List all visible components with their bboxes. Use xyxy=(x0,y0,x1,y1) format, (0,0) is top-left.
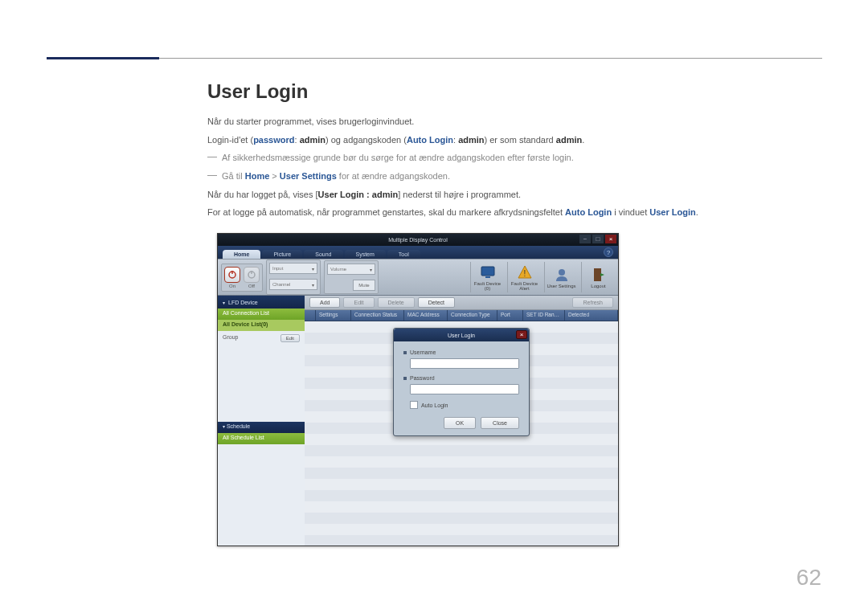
mute-button[interactable]: Mute xyxy=(353,280,375,291)
sidebar-schedule-body xyxy=(218,444,305,546)
password-row: Password xyxy=(403,375,519,381)
tab-tool[interactable]: Tool xyxy=(387,250,420,259)
tab-bar: Home Picture Sound System Tool ? xyxy=(218,246,618,259)
sidebar-device-list[interactable]: All Device List(0) xyxy=(218,320,305,331)
svg-point-8 xyxy=(559,269,565,276)
sidebar-group-body: Group Edit xyxy=(218,331,305,422)
sidebar: ▾LFD Device All Connection List All Devi… xyxy=(218,296,305,546)
user-settings-button[interactable]: User Settings xyxy=(544,262,578,292)
grid-body: User Login × Username Password xyxy=(305,321,618,546)
sidebar-schedule-list[interactable]: All Schedule List xyxy=(218,433,305,444)
volume-group: Volume▾ Mute xyxy=(324,260,379,294)
sidebar-edit-button[interactable]: Edit xyxy=(280,334,300,342)
tab-sound[interactable]: Sound xyxy=(304,250,342,259)
window-title: Multiple Display Control xyxy=(388,237,448,243)
auto-login-checkbox[interactable] xyxy=(410,401,418,409)
input-group: Input▾ Channel▾ xyxy=(266,260,321,295)
doc-content: User Login Når du starter programmet, vi… xyxy=(207,80,826,223)
window-controls: − □ × xyxy=(579,235,616,243)
add-button[interactable]: Add xyxy=(309,297,340,308)
col-detected: Detected xyxy=(565,310,618,321)
sidebar-lfd-header[interactable]: ▾LFD Device xyxy=(218,296,305,309)
col-conn-type: Connection Type xyxy=(448,310,497,321)
delete-button[interactable]: Delete xyxy=(378,297,415,308)
col-mac: MAC Address xyxy=(404,310,448,321)
help-icon[interactable]: ? xyxy=(604,247,613,257)
detect-button[interactable]: Detect xyxy=(418,297,455,308)
col-conn-status: Connection Status xyxy=(351,310,404,321)
bullet-icon xyxy=(403,351,407,354)
sidebar-group-label: Group xyxy=(223,334,238,342)
sidebar-schedule-header[interactable]: ▾ Schedule xyxy=(218,422,305,433)
power-group: On Off xyxy=(221,264,263,292)
note-2: Gå til Home > User Settings for at ændre… xyxy=(207,169,826,184)
tab-picture[interactable]: Picture xyxy=(262,250,302,259)
auto-login-row[interactable]: Auto Login xyxy=(410,401,519,409)
main-area: Add Edit Delete Detect Refresh Settings … xyxy=(305,296,618,546)
monitor-icon xyxy=(480,264,496,280)
window-titlebar: Multiple Display Control − □ × xyxy=(218,234,618,246)
volume-field[interactable]: Volume▾ xyxy=(327,264,375,275)
dialog-title: User Login × xyxy=(394,329,529,341)
power-icon xyxy=(227,270,237,280)
bullet-icon xyxy=(403,377,407,380)
svg-rect-4 xyxy=(481,267,494,276)
dialog-buttons: OK Close xyxy=(403,417,519,429)
refresh-button[interactable]: Refresh xyxy=(572,297,613,308)
logout-button[interactable]: Logout xyxy=(581,262,615,292)
col-setid: SET ID Ran… xyxy=(523,310,565,321)
logout-icon xyxy=(591,267,607,283)
top-divider xyxy=(159,58,822,59)
edit-button[interactable]: Edit xyxy=(343,297,374,308)
username-label: Username xyxy=(410,349,444,355)
alert-icon: ! xyxy=(517,264,533,280)
tab-home[interactable]: Home xyxy=(223,250,260,259)
svg-text:!: ! xyxy=(523,269,526,278)
intro-p4: For at logge på automatisk, når programm… xyxy=(207,205,826,220)
close-button[interactable]: × xyxy=(605,235,616,243)
svg-rect-9 xyxy=(594,268,601,281)
toolbar: On Off Input▾ Channel▾ Volume▾ Mute Faul… xyxy=(218,259,618,296)
maximize-button[interactable]: □ xyxy=(592,235,604,243)
channel-dropdown[interactable]: Channel▾ xyxy=(269,279,317,290)
power-on-button[interactable] xyxy=(224,267,240,283)
intro-p2: Login-id'et (password: admin) og adgangs… xyxy=(207,133,826,148)
input-dropdown[interactable]: Input▾ xyxy=(269,263,317,274)
accent-border xyxy=(47,57,159,59)
power-off-button[interactable] xyxy=(244,267,260,283)
action-row: Add Edit Delete Detect Refresh xyxy=(305,296,618,310)
user-icon xyxy=(554,267,570,283)
col-settings: Settings xyxy=(316,310,351,321)
intro-p1: Når du starter programmet, vises brugerl… xyxy=(207,114,826,129)
svg-rect-5 xyxy=(485,276,490,278)
username-row: Username xyxy=(403,349,519,355)
page-title: User Login xyxy=(207,80,826,103)
note-1: Af sikkerhedsmæssige grunde bør du sørge… xyxy=(207,150,826,166)
fault-device-button[interactable]: Fault Device (0) xyxy=(470,262,504,292)
close-dialog-button[interactable]: Close xyxy=(481,417,519,429)
svg-marker-10 xyxy=(600,273,604,276)
username-input[interactable] xyxy=(410,358,519,369)
body-area: ▾LFD Device All Connection List All Devi… xyxy=(218,296,618,546)
minimize-button[interactable]: − xyxy=(579,235,591,243)
power-off-icon xyxy=(247,270,256,280)
ok-button[interactable]: OK xyxy=(444,417,476,429)
intro-p3: Når du har logget på, vises [User Login … xyxy=(207,187,826,202)
column-header: Settings Connection Status MAC Address C… xyxy=(305,310,618,321)
password-label: Password xyxy=(410,375,444,381)
auto-login-label: Auto Login xyxy=(421,403,448,408)
col-port: Port xyxy=(497,310,523,321)
dialog-body: Username Password Auto Login xyxy=(394,341,529,435)
intro-text: Når du starter programmet, vises brugerl… xyxy=(207,114,826,220)
tab-system[interactable]: System xyxy=(345,250,386,259)
fault-alert-button[interactable]: ! Fault Device Alert xyxy=(507,262,541,292)
password-input[interactable] xyxy=(410,384,519,394)
login-dialog: User Login × Username Password xyxy=(393,328,530,436)
app-screenshot: Multiple Display Control − □ × Home Pict… xyxy=(217,233,619,546)
page-number: 62 xyxy=(796,565,821,591)
dialog-close-button[interactable]: × xyxy=(516,330,527,339)
sidebar-conn-list[interactable]: All Connection List xyxy=(218,309,305,320)
